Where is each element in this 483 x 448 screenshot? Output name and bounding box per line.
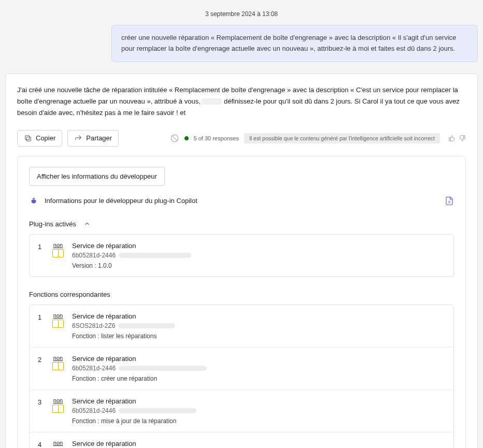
badge-text: non	[53, 397, 63, 403]
badge-icon	[52, 404, 64, 413]
actions-row: Copier Partager 5 of 30 responses Il est…	[17, 130, 466, 147]
plugin-version: Version : 1.0.0	[72, 262, 445, 269]
function-id: 6b05281d-2446	[72, 407, 116, 414]
function-row: 4 non non Service de réparation 6b05281d…	[30, 432, 453, 448]
badge-icon	[52, 249, 64, 257]
function-id: 6b05281d-2446	[72, 365, 116, 372]
function-name: Fonction : lister les réparations	[72, 333, 445, 340]
assistant-response-card: J'ai créé une nouvelle tâche de réparati…	[5, 74, 478, 448]
document-link-icon[interactable]	[445, 196, 454, 206]
share-button[interactable]: Partager	[67, 130, 119, 147]
thumbs-down-icon[interactable]	[459, 135, 466, 142]
row-badge: non	[50, 397, 66, 413]
row-index: 4	[38, 440, 44, 448]
status-dot	[184, 136, 189, 140]
function-name: Fonction : créer une réparation	[72, 375, 445, 382]
plugin-id: 6b05281d-2446	[72, 252, 116, 259]
redacted-id	[119, 408, 196, 413]
row-badge: non	[50, 355, 66, 370]
function-title: Service de réparation	[72, 355, 445, 363]
bug-icon	[29, 196, 38, 206]
row-index: 1	[38, 242, 44, 251]
badge-text: non	[53, 242, 63, 248]
chevron-up-icon[interactable]	[83, 220, 91, 227]
redacted-id	[118, 323, 175, 328]
function-row: 1 non Service de réparation 6SOS281d-2Z6…	[30, 305, 453, 348]
share-label: Partager	[86, 134, 112, 142]
badge-text: non	[53, 355, 63, 361]
developer-info-panel: Afficher les informations du développeur…	[17, 156, 466, 448]
ai-disclaimer-text: Il est possible que le contenu généré pa…	[249, 135, 435, 141]
function-title: Service de réparation	[72, 312, 445, 320]
plugins-label-text: Plug-ins activés	[29, 220, 76, 228]
row-badge: non non	[50, 440, 66, 448]
badge-text: non non	[50, 440, 66, 448]
function-title: Service de réparation	[72, 397, 445, 405]
function-name: Fonction : mise à jour de la réparation	[72, 417, 445, 425]
plugin-title: Service de réparation	[72, 242, 445, 250]
function-row: 3 non Service de réparation 6b05281d-244…	[30, 390, 453, 432]
svg-point-3	[32, 199, 36, 204]
row-index: 2	[38, 355, 44, 364]
functions-label-text: Fonctions correspondantes	[29, 291, 110, 298]
dev-header-title: Informations pour le développeur du plug…	[45, 197, 197, 205]
copy-icon	[24, 134, 32, 142]
plugins-section-label: Plug-ins activés	[29, 220, 454, 228]
redacted-id	[119, 253, 191, 258]
functions-list: 1 non Service de réparation 6SOS281d-2Z6…	[29, 305, 454, 448]
redacted-id	[119, 366, 207, 371]
copy-label: Copier	[36, 134, 55, 142]
sparkle-off-icon	[170, 134, 179, 143]
row-badge: non	[50, 312, 66, 328]
function-id: 6SOS281d-2Z6	[72, 322, 115, 329]
svg-rect-0	[26, 137, 31, 141]
functions-section-label: Fonctions correspondantes	[29, 291, 454, 298]
row-index: 1	[38, 312, 44, 321]
message-timestamp: 3 septembre 2024 à 13:08	[5, 10, 478, 18]
svg-rect-1	[25, 136, 30, 140]
function-title: Service de réparation	[72, 440, 445, 447]
status-area: 5 of 30 responses Il est possible que le…	[170, 133, 466, 143]
thumbs-up-icon[interactable]	[448, 135, 456, 142]
plugin-row: 1 non Service de réparation 6b05281d-244…	[30, 235, 453, 277]
badge-icon	[52, 320, 64, 328]
plugins-list: 1 non Service de réparation 6b05281d-244…	[29, 234, 454, 277]
dev-header: Informations pour le développeur du plug…	[29, 196, 454, 206]
share-icon	[74, 134, 82, 142]
ai-disclaimer: Il est possible que le contenu généré pa…	[244, 133, 440, 143]
row-badge: non	[50, 242, 66, 257]
copy-button[interactable]: Copier	[17, 130, 62, 147]
dev-info-toggle[interactable]: Afficher les informations du développeur	[29, 167, 165, 186]
user-message-bubble: créer une nouvelle réparation « Remplace…	[111, 25, 478, 62]
response-count: 5 of 30 responses	[194, 135, 239, 141]
assistant-response-text: J'ai créé une nouvelle tâche de réparati…	[17, 84, 466, 119]
badge-icon	[52, 362, 64, 370]
function-row: 2 non Service de réparation 6b05281d-244…	[30, 348, 453, 390]
badge-text: non	[53, 312, 63, 319]
redacted-name	[202, 98, 222, 105]
row-index: 3	[38, 397, 44, 406]
